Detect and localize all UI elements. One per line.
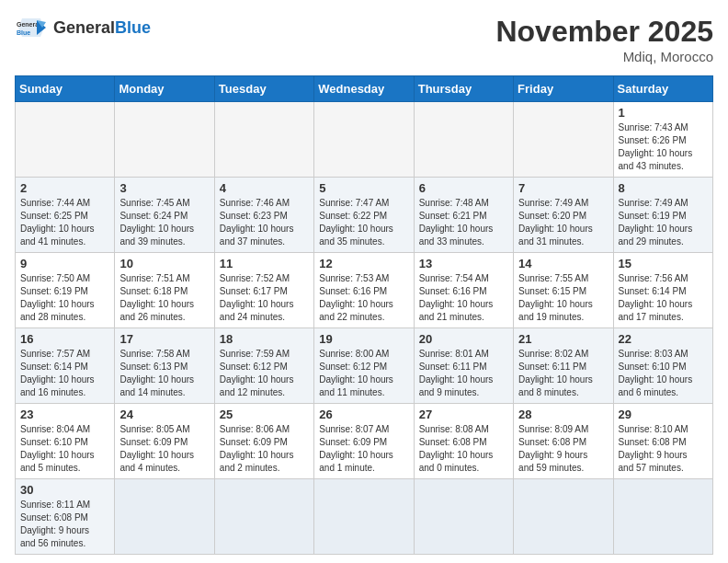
- day-number: 3: [119, 181, 209, 195]
- calendar-cell: 9Sunrise: 7:50 AM Sunset: 6:19 PM Daylig…: [16, 253, 115, 328]
- calendar-cell: [414, 102, 513, 178]
- calendar-cell: [514, 479, 613, 555]
- calendar-cell: 16Sunrise: 7:57 AM Sunset: 6:14 PM Dayli…: [16, 328, 115, 404]
- calendar-cell: [314, 479, 414, 555]
- day-number: 29: [619, 408, 708, 421]
- calendar-cell: 19Sunrise: 8:00 AM Sunset: 6:12 PM Dayli…: [314, 328, 414, 404]
- calendar-cell: 1Sunrise: 7:43 AM Sunset: 6:26 PM Daylig…: [613, 102, 712, 178]
- day-info: Sunrise: 8:10 AM Sunset: 6:08 PM Dayligh…: [619, 423, 708, 475]
- day-number: 2: [20, 181, 109, 195]
- calendar-cell: 24Sunrise: 8:05 AM Sunset: 6:09 PM Dayli…: [115, 404, 214, 479]
- weekday-header-tuesday: Tuesday: [214, 76, 313, 102]
- day-info: Sunrise: 8:04 AM Sunset: 6:10 PM Dayligh…: [20, 423, 109, 475]
- day-info: Sunrise: 7:57 AM Sunset: 6:14 PM Dayligh…: [20, 348, 109, 399]
- calendar-cell: 3Sunrise: 7:45 AM Sunset: 6:24 PM Daylig…: [115, 178, 214, 253]
- calendar-cell: [514, 102, 613, 178]
- calendar-cell: 13Sunrise: 7:54 AM Sunset: 6:16 PM Dayli…: [414, 253, 513, 328]
- calendar-cell: 20Sunrise: 8:01 AM Sunset: 6:11 PM Dayli…: [414, 328, 513, 404]
- calendar-cell: 22Sunrise: 8:03 AM Sunset: 6:10 PM Dayli…: [613, 328, 712, 404]
- day-info: Sunrise: 8:03 AM Sunset: 6:10 PM Dayligh…: [619, 348, 708, 399]
- calendar-cell: 27Sunrise: 8:08 AM Sunset: 6:08 PM Dayli…: [414, 404, 513, 479]
- day-info: Sunrise: 8:01 AM Sunset: 6:11 PM Dayligh…: [419, 348, 508, 399]
- day-number: 26: [319, 408, 408, 421]
- day-info: Sunrise: 7:50 AM Sunset: 6:19 PM Dayligh…: [20, 272, 109, 324]
- calendar-cell: 28Sunrise: 8:09 AM Sunset: 6:08 PM Dayli…: [514, 404, 613, 479]
- weekday-header-saturday: Saturday: [613, 76, 712, 102]
- day-number: 7: [518, 181, 608, 195]
- day-info: Sunrise: 8:11 AM Sunset: 6:08 PM Dayligh…: [20, 499, 109, 550]
- day-info: Sunrise: 7:56 AM Sunset: 6:14 PM Dayligh…: [619, 272, 708, 324]
- calendar-cell: 29Sunrise: 8:10 AM Sunset: 6:08 PM Dayli…: [613, 404, 712, 479]
- day-info: Sunrise: 8:06 AM Sunset: 6:09 PM Dayligh…: [220, 423, 309, 475]
- day-number: 4: [220, 181, 309, 195]
- calendar-cell: [115, 479, 214, 555]
- day-info: Sunrise: 8:05 AM Sunset: 6:09 PM Dayligh…: [119, 423, 209, 475]
- calendar-cell: 11Sunrise: 7:52 AM Sunset: 6:17 PM Dayli…: [214, 253, 313, 328]
- page-header: General Blue GeneralBlue November 2025 M…: [15, 15, 713, 64]
- calendar-week-row: 2Sunrise: 7:44 AM Sunset: 6:25 PM Daylig…: [16, 178, 713, 253]
- day-info: Sunrise: 8:02 AM Sunset: 6:11 PM Dayligh…: [518, 348, 608, 399]
- day-number: 22: [619, 332, 708, 346]
- day-number: 30: [20, 483, 109, 497]
- calendar-cell: 10Sunrise: 7:51 AM Sunset: 6:18 PM Dayli…: [115, 253, 214, 328]
- calendar-cell: [214, 102, 313, 178]
- calendar-cell: 26Sunrise: 8:07 AM Sunset: 6:09 PM Dayli…: [314, 404, 414, 479]
- calendar-cell: 4Sunrise: 7:46 AM Sunset: 6:23 PM Daylig…: [214, 178, 313, 253]
- day-number: 15: [619, 257, 708, 270]
- calendar-cell: [115, 102, 214, 178]
- calendar-cell: 14Sunrise: 7:55 AM Sunset: 6:15 PM Dayli…: [514, 253, 613, 328]
- day-number: 5: [319, 181, 408, 195]
- day-number: 6: [419, 181, 508, 195]
- weekday-header-sunday: Sunday: [16, 76, 115, 102]
- calendar-table: SundayMondayTuesdayWednesdayThursdayFrid…: [15, 75, 713, 555]
- logo-text: GeneralBlue: [53, 18, 151, 38]
- logo: General Blue GeneralBlue: [15, 15, 151, 40]
- location-subtitle: Mdiq, Morocco: [495, 49, 713, 64]
- calendar-cell: 8Sunrise: 7:49 AM Sunset: 6:19 PM Daylig…: [613, 178, 712, 253]
- calendar-cell: [613, 479, 712, 555]
- day-number: 21: [518, 332, 608, 346]
- day-info: Sunrise: 7:55 AM Sunset: 6:15 PM Dayligh…: [518, 272, 608, 324]
- day-number: 20: [419, 332, 508, 346]
- day-info: Sunrise: 8:08 AM Sunset: 6:08 PM Dayligh…: [419, 423, 508, 475]
- day-info: Sunrise: 7:43 AM Sunset: 6:26 PM Dayligh…: [619, 121, 708, 173]
- calendar-cell: 23Sunrise: 8:04 AM Sunset: 6:10 PM Dayli…: [16, 404, 115, 479]
- day-number: 11: [220, 257, 309, 270]
- day-info: Sunrise: 7:53 AM Sunset: 6:16 PM Dayligh…: [319, 272, 408, 324]
- title-block: November 2025 Mdiq, Morocco: [495, 15, 713, 64]
- day-number: 19: [319, 332, 408, 346]
- day-info: Sunrise: 7:52 AM Sunset: 6:17 PM Dayligh…: [220, 272, 309, 324]
- weekday-header-wednesday: Wednesday: [314, 76, 414, 102]
- day-info: Sunrise: 7:58 AM Sunset: 6:13 PM Dayligh…: [119, 348, 209, 399]
- day-number: 24: [119, 408, 209, 421]
- calendar-cell: [214, 479, 313, 555]
- day-info: Sunrise: 8:09 AM Sunset: 6:08 PM Dayligh…: [518, 423, 608, 475]
- day-info: Sunrise: 7:54 AM Sunset: 6:16 PM Dayligh…: [419, 272, 508, 324]
- svg-text:Blue: Blue: [17, 29, 30, 36]
- day-info: Sunrise: 7:48 AM Sunset: 6:21 PM Dayligh…: [419, 197, 508, 248]
- logo-icon: General Blue: [15, 15, 48, 40]
- calendar-cell: 25Sunrise: 8:06 AM Sunset: 6:09 PM Dayli…: [214, 404, 313, 479]
- day-number: 13: [419, 257, 508, 270]
- calendar-week-row: 1Sunrise: 7:43 AM Sunset: 6:26 PM Daylig…: [16, 102, 713, 178]
- day-info: Sunrise: 8:00 AM Sunset: 6:12 PM Dayligh…: [319, 348, 408, 399]
- calendar-cell: 17Sunrise: 7:58 AM Sunset: 6:13 PM Dayli…: [115, 328, 214, 404]
- day-number: 12: [319, 257, 408, 270]
- calendar-cell: [314, 102, 414, 178]
- month-title: November 2025: [495, 15, 713, 49]
- day-number: 27: [419, 408, 508, 421]
- day-info: Sunrise: 7:59 AM Sunset: 6:12 PM Dayligh…: [220, 348, 309, 399]
- weekday-header-row: SundayMondayTuesdayWednesdayThursdayFrid…: [16, 76, 713, 102]
- calendar-cell: 18Sunrise: 7:59 AM Sunset: 6:12 PM Dayli…: [214, 328, 313, 404]
- day-number: 14: [518, 257, 608, 270]
- weekday-header-monday: Monday: [115, 76, 214, 102]
- calendar-cell: 15Sunrise: 7:56 AM Sunset: 6:14 PM Dayli…: [613, 253, 712, 328]
- day-info: Sunrise: 8:07 AM Sunset: 6:09 PM Dayligh…: [319, 423, 408, 475]
- day-info: Sunrise: 7:46 AM Sunset: 6:23 PM Dayligh…: [220, 197, 309, 248]
- day-info: Sunrise: 7:44 AM Sunset: 6:25 PM Dayligh…: [20, 197, 109, 248]
- day-number: 18: [220, 332, 309, 346]
- day-number: 17: [119, 332, 209, 346]
- calendar-week-row: 9Sunrise: 7:50 AM Sunset: 6:19 PM Daylig…: [16, 253, 713, 328]
- day-number: 28: [518, 408, 608, 421]
- day-info: Sunrise: 7:49 AM Sunset: 6:19 PM Dayligh…: [619, 197, 708, 248]
